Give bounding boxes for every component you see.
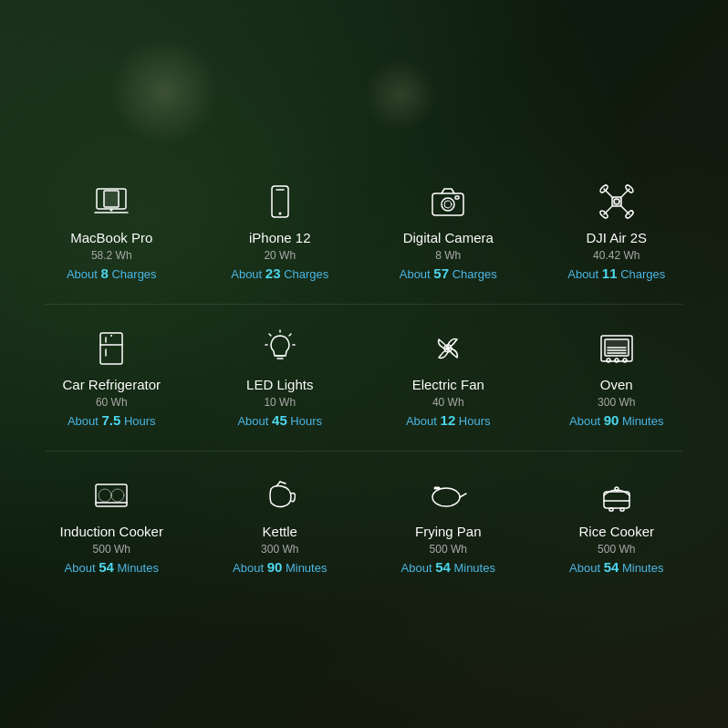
item-rice-cooker: Rice Cooker 500 Wh About 54 Minutes — [533, 465, 702, 584]
svg-point-42 — [99, 489, 111, 502]
item-iphone-12: iPhone 12 20 Wh About 23 Charges — [196, 172, 365, 290]
svg-line-29 — [269, 334, 271, 336]
item-frying-pan: Frying Pan 500 Wh About 54 Minutes — [364, 465, 533, 584]
item-stat-car-refrigerator: About 7.5 Hours — [68, 412, 156, 428]
item-name-electric-fan: Electric Fan — [412, 377, 484, 393]
main-content: MacBook Pro 58.2 Wh About 8 Charges iPho… — [0, 0, 728, 728]
kettle-icon — [255, 474, 306, 516]
item-wh-dji-air-2s: 40.42 Wh — [593, 249, 640, 262]
svg-point-2 — [110, 209, 113, 212]
item-oven: Oven 300 Wh About 90 Minutes — [533, 318, 702, 437]
item-stat-frying-pan: About 54 Minutes — [401, 559, 495, 575]
item-digital-camera: Digital Camera 8 Wh About 57 Charges — [364, 172, 533, 290]
row-divider — [46, 451, 682, 452]
item-electric-fan: Electric Fan 40 Wh About 12 Hours — [364, 318, 533, 437]
svg-line-28 — [289, 334, 291, 336]
induction-icon — [86, 474, 137, 516]
bulb-icon — [255, 328, 306, 369]
svg-point-37 — [623, 359, 627, 362]
item-wh-frying-pan: 500 Wh — [430, 543, 467, 556]
phone-icon — [255, 181, 306, 223]
svg-point-8 — [444, 201, 452, 208]
item-wh-kettle: 300 Wh — [261, 543, 298, 556]
svg-rect-54 — [620, 508, 624, 511]
svg-point-5 — [278, 213, 281, 215]
laptop-icon — [86, 181, 137, 223]
item-name-frying-pan: Frying Pan — [415, 524, 482, 540]
svg-line-48 — [460, 494, 466, 497]
svg-point-24 — [110, 335, 112, 337]
items-grid: MacBook Pro 58.2 Wh About 8 Charges iPho… — [27, 172, 701, 584]
item-wh-led-lights: 10 Wh — [264, 396, 296, 409]
item-induction-cooker: Induction Cooker 500 Wh About 54 Minutes — [27, 465, 196, 584]
row-divider — [46, 304, 682, 305]
item-wh-macbook-pro: 58.2 Wh — [91, 249, 132, 262]
camera-icon — [422, 181, 473, 223]
item-name-rice-cooker: Rice Cooker — [578, 524, 654, 540]
svg-rect-9 — [455, 196, 459, 199]
oven-icon — [591, 328, 642, 369]
item-stat-electric-fan: About 12 Hours — [406, 412, 491, 428]
ricecooker-icon — [591, 474, 642, 516]
item-led-lights: LED Lights 10 Wh About 45 Hours — [196, 318, 365, 437]
item-stat-kettle: About 90 Minutes — [233, 559, 327, 575]
item-wh-digital-camera: 8 Wh — [435, 249, 461, 262]
svg-point-35 — [607, 359, 610, 362]
svg-point-52 — [615, 487, 619, 491]
item-stat-macbook-pro: About 8 Charges — [67, 265, 157, 281]
item-name-dji-air-2s: DJI Air 2S — [586, 230, 647, 246]
item-name-car-refrigerator: Car Refrigerator — [62, 377, 161, 393]
item-wh-iphone-12: 20 Wh — [264, 249, 296, 262]
item-wh-electric-fan: 40 Wh — [432, 396, 464, 409]
svg-point-43 — [111, 489, 124, 502]
item-stat-induction-cooker: About 54 Minutes — [65, 559, 159, 575]
item-macbook-pro: MacBook Pro 58.2 Wh About 8 Charges — [27, 172, 196, 290]
drone-icon — [591, 181, 642, 223]
svg-rect-53 — [609, 508, 613, 511]
item-stat-oven: About 90 Minutes — [569, 412, 663, 428]
item-car-refrigerator: Car Refrigerator 60 Wh About 7.5 Hours — [27, 318, 196, 437]
item-name-kettle: Kettle — [263, 524, 297, 540]
item-stat-dji-air-2s: About 11 Charges — [567, 265, 665, 281]
item-wh-car-refrigerator: 60 Wh — [96, 396, 128, 409]
item-kettle: Kettle 300 Wh About 90 Minutes — [196, 465, 365, 584]
svg-point-47 — [432, 488, 460, 506]
item-name-macbook-pro: MacBook Pro — [70, 230, 152, 246]
svg-point-7 — [442, 198, 454, 211]
item-name-induction-cooker: Induction Cooker — [60, 524, 163, 540]
svg-line-46 — [280, 482, 286, 484]
item-name-iphone-12: iPhone 12 — [249, 230, 311, 246]
fan-icon — [422, 328, 473, 369]
item-name-digital-camera: Digital Camera — [403, 230, 494, 246]
item-wh-oven: 300 Wh — [598, 396, 635, 409]
svg-rect-1 — [104, 191, 119, 207]
item-name-led-lights: LED Lights — [246, 377, 313, 393]
svg-point-36 — [615, 359, 619, 362]
svg-rect-50 — [604, 492, 629, 508]
frypan-icon — [422, 474, 473, 516]
item-wh-rice-cooker: 500 Wh — [598, 543, 635, 556]
item-name-oven: Oven — [600, 377, 633, 393]
item-stat-digital-camera: About 57 Charges — [400, 265, 497, 281]
item-dji-air-2s: DJI Air 2S 40.42 Wh About 11 Charges — [533, 172, 702, 290]
svg-rect-20 — [100, 333, 122, 364]
fridge-icon — [86, 328, 137, 369]
item-stat-led-lights: About 45 Hours — [237, 412, 322, 428]
item-wh-induction-cooker: 500 Wh — [93, 543, 130, 556]
item-stat-rice-cooker: About 54 Minutes — [569, 559, 663, 575]
item-stat-iphone-12: About 23 Charges — [231, 265, 328, 281]
